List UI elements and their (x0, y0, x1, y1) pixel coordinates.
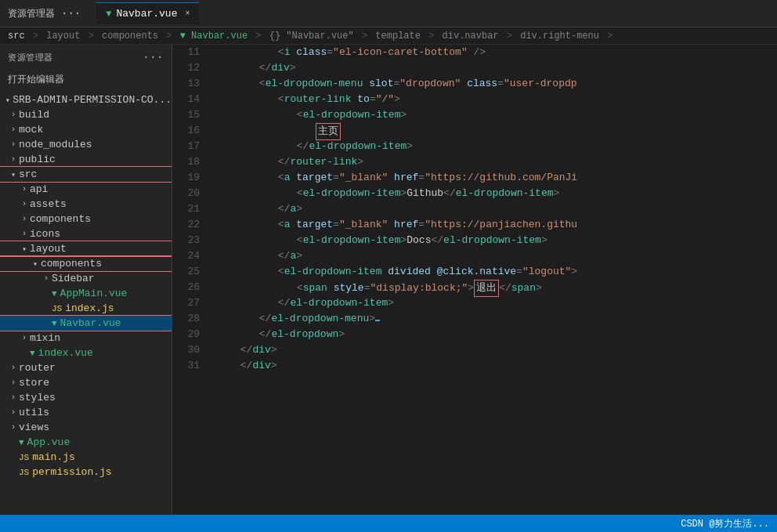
sidebar-item-styles[interactable]: › styles (0, 390, 172, 405)
navbar-tab[interactable]: ▼ Navbar.vue × (96, 2, 199, 24)
cursor-box (375, 320, 380, 321)
arrow-icon: ▾ (30, 259, 41, 269)
mock-label: mock (19, 124, 43, 136)
sidebar-item-api[interactable]: › api (0, 182, 172, 197)
arrow-icon: › (8, 423, 19, 432)
tab-area: ▼ Navbar.vue × (96, 2, 199, 24)
explorer-label: 资源管理器 (8, 7, 55, 20)
arrow-icon: › (19, 215, 30, 223)
arrow-icon: › (8, 140, 19, 149)
navbar-label: Navbar.vue (60, 317, 121, 329)
js-file-icon: JS (19, 468, 29, 477)
file-tree: ▾ SRB-ADMIN-PERMISSION-CO... › build › m… (0, 92, 172, 480)
arrow-icon: › (19, 185, 30, 194)
code-line-16: 主页 (215, 123, 777, 139)
sidebar-item-mainjs[interactable]: JS main.js (0, 450, 172, 465)
indexvue-label: index.vue (38, 347, 93, 359)
sidebar-item-layout-components[interactable]: ▾ components (0, 256, 172, 271)
code-line-21: </a> (215, 201, 777, 217)
sidebar-item-build[interactable]: › build (0, 107, 172, 122)
node-modules-label: node_modules (19, 139, 92, 150)
vue-file-icon: ▼ (52, 319, 57, 328)
sidebar-dots[interactable]: ··· (143, 51, 164, 63)
layout-components-label: components (41, 258, 102, 270)
sidebar-item-router[interactable]: › router (0, 360, 172, 375)
sidebar-item-node-modules[interactable]: › node_modules (0, 137, 172, 152)
arrow-icon: › (8, 378, 19, 387)
line-numbers: 1112131415 1617181920 2122232425 2627282… (172, 45, 208, 515)
code-line-24: </a> (215, 248, 777, 264)
sidebar-item-appvue[interactable]: ▼ App.vue (0, 435, 172, 450)
sidebar-item-public[interactable]: › public (0, 152, 172, 167)
components-label: components (30, 213, 91, 225)
open-editor-action[interactable]: 打开始编辑器 (0, 70, 172, 92)
assets-label: assets (30, 198, 67, 210)
mainjs-label: main.js (32, 451, 75, 463)
code-line-17: </el-dropdown-item> (215, 139, 777, 154)
code-line-25: <el-dropdown-item divided @click.native=… (215, 264, 777, 280)
code-lines: <i class="el-icon-caret-bottom" /> </div… (208, 45, 777, 515)
js-file-icon: JS (52, 304, 62, 313)
sidebar-item-sidebar[interactable]: › Sidebar (0, 271, 172, 286)
breadcrumb: src > layout > components > ▼ Navbar.vue… (0, 27, 777, 45)
code-line-31: </div> (215, 358, 777, 374)
arrow-icon: › (19, 334, 30, 342)
sidebar-item-indexvue[interactable]: ▼ index.vue (0, 346, 172, 360)
arrow-icon: ▾ (19, 244, 30, 254)
appmain-label: AppMain.vue (60, 288, 128, 299)
code-line-22: <a target="_blank" href="https://panjiac… (215, 217, 777, 233)
sidebar-item-views[interactable]: › views (0, 420, 172, 435)
sidebar-item-appmain[interactable]: ▼ AppMain.vue (0, 286, 172, 301)
vue-file-icon: ▼ (30, 349, 35, 358)
code-line-12: </div> (215, 60, 777, 76)
router-label: router (19, 362, 56, 374)
code-line-28: </el-dropdown-menu> (215, 311, 777, 327)
sidebar-item-layout[interactable]: ▾ layout (0, 241, 172, 256)
vue-icon: ▼ (106, 9, 111, 20)
sidebar-item-icons[interactable]: › icons (0, 226, 172, 241)
code-line-19: <a target="_blank" href="https://github.… (215, 170, 777, 186)
status-bar: CSDN @努力生活... (0, 515, 777, 532)
code-line-11: <i class="el-icon-caret-bottom" /> (215, 45, 777, 60)
sidebar-item-root[interactable]: ▾ SRB-ADMIN-PERMISSION-CO... (0, 92, 172, 107)
api-label: api (30, 183, 48, 195)
arrow-icon: › (8, 155, 19, 164)
indexjs-label: index.js (65, 302, 114, 314)
arrow-icon: › (19, 230, 30, 238)
sidebar-item-indexjs[interactable]: JS index.js (0, 301, 172, 316)
sidebar-item-utils[interactable]: › utils (0, 405, 172, 420)
arrow-icon: ▾ (3, 96, 13, 105)
arrow-icon: › (41, 274, 52, 283)
tuichu-highlight: 退出 (474, 280, 499, 297)
sidebar: 资源管理器 ··· 打开始编辑器 ▾ SRB-ADMIN-PERMISSION-… (0, 45, 172, 515)
tab-close-button[interactable]: × (185, 9, 190, 18)
sidebar-item-assets[interactable]: › assets (0, 197, 172, 212)
code-line-18: </router-link> (215, 154, 777, 170)
vue-file-icon: ▼ (52, 289, 57, 299)
sidebar-item-permissionjs[interactable]: JS permission.js (0, 465, 172, 480)
code-line-26: <span style="display:block;">退出</span> (215, 280, 777, 295)
code-line-27: </el-dropdown-item> (215, 295, 777, 311)
code-line-30: </div> (215, 342, 777, 358)
arrow-icon: › (8, 110, 19, 119)
sidebar-item-store[interactable]: › store (0, 375, 172, 390)
sidebar-item-mock[interactable]: › mock (0, 122, 172, 137)
build-label: build (19, 109, 49, 121)
code-content: 1112131415 1617181920 2122232425 2627282… (172, 45, 777, 515)
code-line-29: </el-dropdown> (215, 327, 777, 342)
sidebar-folder-label: Sidebar (52, 273, 95, 284)
tab-label: Navbar.vue (116, 8, 177, 20)
styles-label: styles (19, 392, 56, 404)
sidebar-item-navbar[interactable]: ▼ Navbar.vue (0, 316, 172, 331)
sidebar-item-src[interactable]: ▾ src (0, 167, 172, 182)
code-line-14: <router-link to="/"> (215, 92, 777, 107)
permissionjs-label: permission.js (32, 466, 111, 478)
explorer-dots[interactable]: ··· (61, 7, 81, 20)
code-line-15: <el-dropdown-item> (215, 107, 777, 123)
sidebar-item-components[interactable]: › components (0, 212, 172, 226)
mixin-label: mixin (30, 332, 60, 344)
sidebar-item-mixin[interactable]: › mixin (0, 331, 172, 346)
arrow-icon: › (8, 393, 19, 402)
code-line-13: <el-dropdown-menu slot="dropdown" class=… (215, 76, 777, 92)
views-label: views (19, 422, 49, 433)
